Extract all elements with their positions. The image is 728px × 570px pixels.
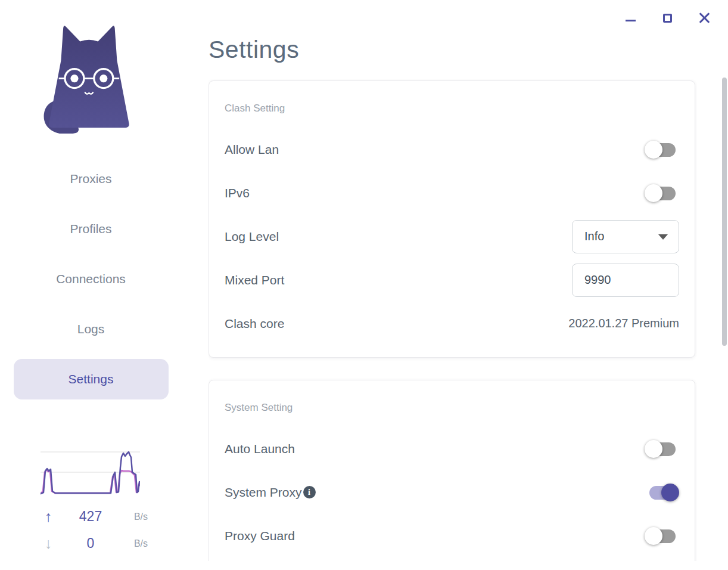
log-level-select[interactable]: Info — [572, 220, 679, 253]
download-rate-unit: B/s — [119, 538, 148, 549]
setting-row-ipv6: IPv6 — [225, 171, 679, 215]
main-content: Settings Clash Setting Allow Lan IPv6 Lo… — [209, 0, 697, 561]
toggle-knob — [645, 184, 662, 202]
allow-lan-toggle[interactable] — [645, 140, 679, 159]
sidebar-item-settings[interactable]: Settings — [14, 359, 169, 399]
setting-row-system-proxy: System Proxy i — [225, 470, 679, 514]
mixed-port-input[interactable] — [572, 264, 679, 297]
download-arrow-icon: ↓ — [35, 535, 62, 552]
sidebar-item-proxies[interactable]: Proxies — [14, 154, 169, 204]
setting-row-log-level: Log Level Info — [225, 215, 679, 258]
system-proxy-toggle[interactable] — [645, 483, 679, 502]
page-title: Settings — [209, 36, 697, 64]
upload-rate-row: ↑ 427 B/s — [35, 508, 148, 525]
card-title: Clash Setting — [225, 81, 679, 128]
row-label: System Proxy — [225, 485, 302, 500]
row-label: Auto Launch — [225, 442, 295, 456]
proxy-guard-toggle[interactable] — [645, 526, 679, 546]
setting-row-allow-lan: Allow Lan — [225, 128, 679, 171]
traffic-graph — [41, 448, 140, 498]
row-label: Allow Lan — [225, 142, 279, 157]
sidebar-item-connections[interactable]: Connections — [14, 254, 169, 304]
toggle-knob — [645, 141, 662, 159]
traffic-panel: ↑ 427 B/s ↓ 0 B/s — [0, 448, 182, 552]
clash-setting-card: Clash Setting Allow Lan IPv6 Log Level I… — [209, 80, 695, 358]
system-setting-card: System Setting Auto Launch System Proxy … — [209, 380, 695, 561]
card-title: System Setting — [225, 380, 679, 427]
sidebar: Proxies Profiles Connections Logs Settin… — [0, 0, 182, 570]
row-label: Mixed Port — [225, 273, 284, 287]
sidebar-item-profiles[interactable]: Profiles — [14, 204, 169, 254]
auto-launch-toggle[interactable] — [645, 439, 679, 459]
close-button[interactable] — [697, 11, 711, 25]
close-icon — [699, 13, 710, 23]
log-level-selected-value: Info — [584, 230, 604, 243]
clash-cat-logo — [27, 16, 139, 134]
download-rate-row: ↓ 0 B/s — [35, 535, 148, 552]
chevron-down-icon — [658, 234, 668, 240]
toggle-knob — [645, 527, 662, 545]
setting-row-mixed-port: Mixed Port — [225, 258, 679, 302]
upload-rate-unit: B/s — [119, 512, 148, 522]
upload-arrow-icon: ↑ — [35, 508, 62, 525]
sidebar-nav: Proxies Profiles Connections Logs Settin… — [0, 154, 182, 404]
setting-row-auto-launch: Auto Launch — [225, 427, 679, 470]
upload-rate-value: 427 — [62, 509, 119, 525]
setting-row-proxy-guard: Proxy Guard — [225, 514, 679, 557]
download-rate-value: 0 — [62, 535, 119, 552]
toggle-knob — [661, 484, 679, 501]
toggle-knob — [645, 440, 662, 458]
row-label: Clash core — [225, 317, 284, 331]
row-label: Proxy Guard — [225, 529, 295, 543]
row-label: Log Level — [225, 230, 279, 244]
vertical-scrollbar[interactable] — [722, 78, 727, 346]
setting-row-clash-core: Clash core 2022.01.27 Premium — [225, 302, 679, 345]
ipv6-toggle[interactable] — [645, 184, 679, 203]
clash-core-version: 2022.01.27 Premium — [568, 317, 679, 330]
row-label: IPv6 — [225, 186, 250, 200]
info-icon[interactable]: i — [303, 486, 316, 498]
sidebar-item-logs[interactable]: Logs — [14, 304, 169, 354]
